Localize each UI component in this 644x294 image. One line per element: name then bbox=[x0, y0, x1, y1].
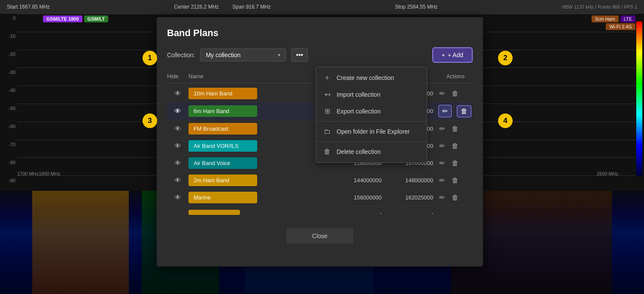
chevron-down-icon: ▾ bbox=[278, 52, 280, 58]
trash-icon: 🗑 bbox=[323, 148, 331, 156]
band-name: FM Broadcast bbox=[188, 123, 257, 135]
delete-button[interactable]: 🗑 bbox=[451, 141, 459, 151]
edit-button[interactable]: ✏ bbox=[438, 193, 446, 202]
stop-hz: 148000000 bbox=[387, 177, 438, 184]
add-label: + Add bbox=[448, 52, 463, 58]
delete-button[interactable]: 🗑 bbox=[457, 105, 471, 117]
visibility-toggle[interactable]: 👁 bbox=[167, 107, 188, 115]
band-name: Marine bbox=[188, 192, 257, 203]
modal-title: Band Plans bbox=[167, 28, 473, 39]
delete-button[interactable]: 🗑 bbox=[451, 176, 459, 185]
delete-collection-item[interactable]: 🗑 Delete collection bbox=[316, 144, 427, 160]
start-hz: 144000000 bbox=[335, 177, 387, 184]
band-tags-right: 3cm Ham LTE Wi-Fi 2.4G bbox=[592, 15, 635, 30]
stop-hz: 162025000 bbox=[387, 194, 438, 201]
delete-button[interactable]: 🗑 bbox=[451, 193, 459, 202]
callout-3: 3 bbox=[143, 113, 157, 128]
edit-button[interactable]: ✏ bbox=[438, 124, 446, 134]
start-hz: 156000000 bbox=[335, 194, 387, 201]
edit-button[interactable]: ✏ bbox=[438, 175, 446, 185]
actions-cell: ✏ 🗑 bbox=[438, 124, 473, 134]
edit-button[interactable]: ✏ bbox=[438, 158, 446, 168]
menu-divider bbox=[316, 121, 427, 122]
table-row: 👁 Marine 156000000 162025000 ✏ 🗑 bbox=[167, 189, 473, 206]
add-button[interactable]: + + Add bbox=[432, 47, 473, 63]
center-freq: Center 2126.2 MHz bbox=[174, 4, 219, 10]
visibility-toggle[interactable]: 👁 bbox=[167, 142, 188, 150]
band-name: Air Band Voice bbox=[188, 157, 257, 169]
delete-button[interactable]: 🗑 bbox=[451, 89, 459, 98]
callout-4: 4 bbox=[498, 113, 513, 128]
plus-icon: + bbox=[323, 74, 331, 82]
export-collection-label: Export collection bbox=[337, 108, 381, 115]
visibility-toggle[interactable]: 👁 bbox=[167, 194, 188, 202]
create-collection-item[interactable]: + Create new collection bbox=[316, 70, 427, 86]
callout-1: 1 bbox=[143, 51, 157, 65]
top-bar: Start 1667.85 MHz Center 2126.2 MHz Span… bbox=[0, 0, 644, 14]
gsm-lte-1800-tag: GSM/LTE 1800 bbox=[43, 15, 82, 22]
collection-name: My collection bbox=[206, 52, 240, 58]
three-dots-menu-button[interactable]: ••• bbox=[291, 48, 308, 62]
export-collection-item[interactable]: ⊞ Export collection bbox=[316, 103, 427, 119]
band-name: 2m Ham Band bbox=[188, 175, 257, 186]
actions-cell: ✏ 🗑 bbox=[438, 89, 473, 98]
folder-icon: 🗀 bbox=[323, 128, 331, 135]
import-collection-item[interactable]: ↤ Import collection bbox=[316, 86, 427, 103]
delete-button[interactable]: 🗑 bbox=[451, 159, 459, 168]
wifi-tag: Wi-Fi 2.4G bbox=[606, 23, 635, 30]
actions-cell: ✏ 🗑 bbox=[438, 193, 473, 202]
col-actions: Actions bbox=[438, 73, 473, 80]
open-folder-item[interactable]: 🗀 Open folder in File Explorer bbox=[316, 123, 427, 140]
y-axis: 0 -10 -20 -30 -40 -50 -60 -70 -80 -90 bbox=[0, 14, 17, 185]
import-icon: ↤ bbox=[323, 90, 331, 98]
band-name: 10m Ham Band bbox=[188, 88, 257, 99]
col-name: Name bbox=[188, 73, 335, 80]
visibility-toggle[interactable]: 👁 bbox=[167, 159, 188, 167]
dropdown-menu: + Create new collection ↤ Import collect… bbox=[316, 67, 427, 163]
actions-cell: ✏ 🗑 bbox=[438, 141, 473, 151]
start-freq: Start 1667.85 MHz bbox=[7, 4, 50, 10]
delete-button[interactable]: 🗑 bbox=[451, 124, 459, 134]
edit-button[interactable]: ✏ bbox=[438, 89, 446, 98]
plus-icon: + bbox=[442, 52, 445, 58]
visibility-toggle[interactable]: 👁 bbox=[167, 177, 188, 184]
band-name bbox=[188, 210, 240, 215]
band-name: 6m Ham Band bbox=[188, 105, 257, 117]
table-row: - - bbox=[167, 206, 473, 220]
edit-button[interactable]: ✏ bbox=[438, 141, 446, 151]
col-hide: Hide bbox=[167, 73, 188, 80]
menu-divider-2 bbox=[316, 141, 427, 142]
export-icon: ⊞ bbox=[323, 107, 331, 115]
edit-button[interactable]: ✏ bbox=[438, 105, 452, 117]
collection-dropdown[interactable]: My collection ▾ bbox=[200, 49, 286, 61]
band-tags-left: GSM/LTE 1800 GSM/LT bbox=[43, 15, 108, 22]
collection-bar: Collection: My collection ▾ ••• + + Add bbox=[167, 47, 473, 63]
collection-label: Collection: bbox=[167, 52, 195, 58]
lte-tag: LTE bbox=[620, 15, 635, 22]
gsm-lt-tag: GSM/LT bbox=[84, 15, 109, 22]
table-row: 👁 2m Ham Band 144000000 148000000 ✏ 🗑 bbox=[167, 172, 473, 189]
actions-cell: ✏ 🗑 bbox=[438, 158, 473, 168]
callout-2: 2 bbox=[498, 51, 513, 65]
stop-freq: Stop 2584.55 MHz bbox=[395, 4, 437, 10]
vbw-label: VBW 1137 kHz / Points 806 / FPS 1 bbox=[562, 4, 637, 9]
visibility-toggle[interactable]: 👁 bbox=[167, 125, 188, 133]
actions-cell: ✏ 🗑 bbox=[438, 175, 473, 185]
3cm-ham-tag: 3cm Ham bbox=[592, 15, 619, 22]
actions-cell: ✏ 🗑 bbox=[438, 105, 473, 117]
create-collection-label: Create new collection bbox=[337, 74, 394, 81]
span-freq: Span 916.7 MHz bbox=[232, 4, 270, 10]
colorbar bbox=[636, 21, 642, 176]
band-name: Air Band VOR/ILS bbox=[188, 140, 257, 152]
visibility-toggle[interactable]: 👁 bbox=[167, 90, 188, 98]
delete-collection-label: Delete collection bbox=[337, 148, 381, 155]
close-button[interactable]: Close bbox=[286, 228, 353, 244]
import-collection-label: Import collection bbox=[337, 91, 380, 98]
open-folder-label: Open folder in File Explorer bbox=[337, 128, 410, 135]
